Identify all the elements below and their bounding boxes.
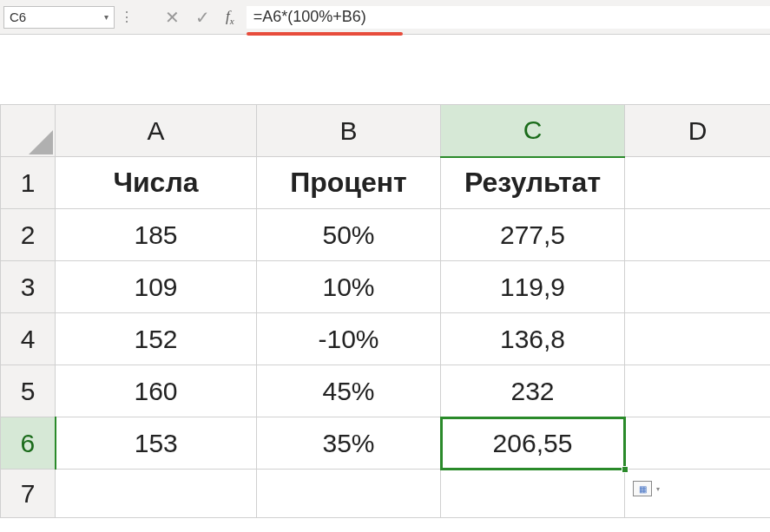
table-row: 6 153 35% 206,55 ▦ <box>1 417 771 470</box>
name-box[interactable]: C6 ▾ <box>3 6 115 29</box>
cell-a6[interactable]: 153 <box>56 417 257 470</box>
col-header-d[interactable]: D <box>625 105 771 157</box>
cell-b3[interactable]: 10% <box>257 261 441 313</box>
select-all-corner[interactable] <box>1 105 56 157</box>
cell-a4[interactable]: 152 <box>56 313 257 365</box>
cell-b1[interactable]: Процент <box>257 157 441 209</box>
formula-bar: C6 ▾ ⋮ ✕ ✓ fx =A6*(100%+B6) <box>0 0 770 35</box>
cell-d2[interactable] <box>625 209 771 261</box>
cell-b7[interactable] <box>257 470 441 518</box>
row-header-4[interactable]: 4 <box>1 313 56 365</box>
fx-icon[interactable]: fx <box>226 8 234 26</box>
cell-c7[interactable] <box>441 470 625 518</box>
more-icon[interactable]: ⋮ <box>115 6 139 29</box>
row-header-6[interactable]: 6 <box>1 417 56 470</box>
col-header-c[interactable]: C <box>441 105 625 157</box>
cell-b4[interactable]: -10% <box>257 313 441 365</box>
cell-a1[interactable]: Числа <box>56 157 257 209</box>
chevron-down-icon[interactable]: ▾ <box>104 12 109 22</box>
row-header-3[interactable]: 3 <box>1 261 56 313</box>
spreadsheet-grid: A B C D 1 Числа Процент Результат 2 185 … <box>0 104 770 518</box>
triangle-icon <box>29 130 53 154</box>
row-header-1[interactable]: 1 <box>1 157 56 209</box>
formula-input[interactable]: =A6*(100%+B6) <box>247 6 770 29</box>
table-row: 7 <box>1 470 771 518</box>
fill-handle[interactable] <box>622 466 629 473</box>
confirm-icon[interactable]: ✓ <box>195 7 210 28</box>
name-box-value: C6 <box>10 10 26 24</box>
col-header-b[interactable]: B <box>257 105 441 157</box>
cell-c2[interactable]: 277,5 <box>441 209 625 261</box>
formula-controls: ✕ ✓ fx <box>165 7 234 28</box>
row-header-2[interactable]: 2 <box>1 209 56 261</box>
row-header-5[interactable]: 5 <box>1 365 56 417</box>
cell-a2[interactable]: 185 <box>56 209 257 261</box>
column-header-row: A B C D <box>1 105 771 157</box>
cell-d6[interactable] <box>625 417 771 470</box>
cell-c6-value: 206,55 <box>493 429 573 457</box>
cell-b6[interactable]: 35% <box>257 417 441 470</box>
col-header-a[interactable]: A <box>56 105 257 157</box>
highlight-underline <box>247 32 403 36</box>
cell-c6[interactable]: 206,55 ▦ <box>441 417 625 470</box>
formula-text: =A6*(100%+B6) <box>253 8 366 26</box>
cell-a5[interactable]: 160 <box>56 365 257 417</box>
cell-b5[interactable]: 45% <box>257 365 441 417</box>
table-row: 3 109 10% 119,9 <box>1 261 771 313</box>
table-row: 5 160 45% 232 <box>1 365 771 417</box>
cell-a7[interactable] <box>56 470 257 518</box>
cell-a3[interactable]: 109 <box>56 261 257 313</box>
cell-c4[interactable]: 136,8 <box>441 313 625 365</box>
cell-d3[interactable] <box>625 261 771 313</box>
cell-c3[interactable]: 119,9 <box>441 261 625 313</box>
cell-c1[interactable]: Результат <box>441 157 625 209</box>
table-row: 2 185 50% 277,5 <box>1 209 771 261</box>
row-header-7[interactable]: 7 <box>1 470 56 518</box>
cell-d4[interactable] <box>625 313 771 365</box>
blank-area <box>0 35 770 104</box>
autofill-options-icon[interactable]: ▦ <box>633 481 652 496</box>
cell-c5[interactable]: 232 <box>441 365 625 417</box>
cell-d5[interactable] <box>625 365 771 417</box>
table-row: 4 152 -10% 136,8 <box>1 313 771 365</box>
cell-d1[interactable] <box>625 157 771 209</box>
cancel-icon[interactable]: ✕ <box>165 7 180 28</box>
table-row: 1 Числа Процент Результат <box>1 157 771 209</box>
cell-b2[interactable]: 50% <box>257 209 441 261</box>
